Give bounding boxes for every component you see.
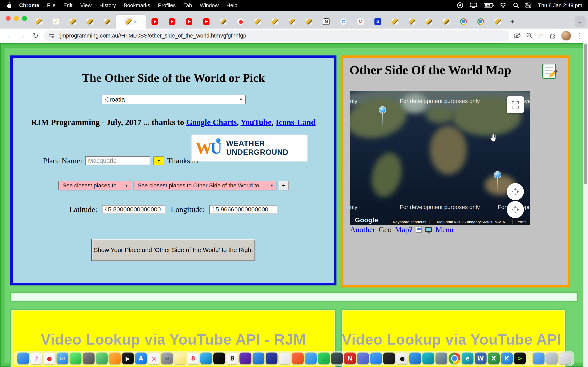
battery-icon[interactable]: ϟ — [484, 3, 493, 8]
display-mirroring-icon[interactable] — [470, 3, 477, 8]
tab-active[interactable]: × — [116, 15, 146, 29]
keyboard-shortcuts-link[interactable]: Keyboard shortcuts — [389, 220, 430, 224]
map-question-link[interactable]: Map? — [395, 225, 413, 234]
geo-doc-icon[interactable] — [416, 226, 422, 233]
dock-settings-icon[interactable]: ⚙ — [161, 352, 173, 364]
bookmark-star-icon[interactable]: ☆ — [538, 32, 544, 40]
dock-terminal-icon[interactable]: > — [514, 352, 526, 364]
youtube-link[interactable]: YouTube — [241, 118, 272, 127]
tab[interactable] — [181, 15, 198, 29]
tab[interactable] — [215, 15, 232, 29]
closest-places-select[interactable]: See closest places to ... ▼ — [58, 181, 131, 191]
tab[interactable] — [232, 15, 249, 29]
dock-figma-icon[interactable] — [279, 352, 291, 364]
dock-shortcuts-icon[interactable] — [213, 352, 225, 364]
dock-maps-icon[interactable] — [96, 352, 108, 364]
tab[interactable] — [82, 15, 99, 29]
menubar-item-file[interactable]: File — [47, 2, 56, 8]
dock-music-icon[interactable]: ♪ — [30, 352, 42, 364]
tab[interactable] — [47, 15, 65, 29]
dock-github-icon[interactable]: ● — [396, 352, 408, 364]
dock-safari-icon[interactable] — [200, 352, 212, 364]
tab[interactable] — [455, 15, 472, 29]
close-window-button[interactable] — [6, 16, 11, 21]
reload-button[interactable]: ↻ — [31, 32, 40, 40]
profile-avatar[interactable] — [561, 31, 571, 41]
tab[interactable] — [198, 15, 215, 29]
wifi-icon[interactable] — [500, 3, 507, 8]
dock-obs-icon[interactable] — [383, 352, 395, 364]
dock-tv-icon[interactable]: ▶ — [122, 352, 134, 364]
dock-zoom-icon[interactable] — [370, 352, 382, 364]
map-pin-place[interactable] — [379, 107, 385, 113]
tab[interactable] — [403, 15, 421, 29]
dock-notes-icon[interactable] — [174, 352, 186, 364]
menubar-app-name[interactable]: Chrome — [19, 2, 39, 8]
dock-files-icon[interactable] — [305, 352, 317, 364]
dock-photos-icon[interactable]: ◎ — [148, 352, 160, 364]
monitor-icon[interactable] — [425, 227, 432, 232]
show-place-button[interactable]: Show Your Place and 'Other Side of the W… — [92, 239, 255, 261]
menu-extra-badge-icon[interactable] — [457, 2, 463, 8]
dock-chrome-icon[interactable] — [449, 352, 460, 364]
notepad-edit-icon[interactable] — [542, 64, 556, 79]
menubar-item-tab[interactable]: Tab — [183, 2, 192, 8]
map-pan-control[interactable] — [507, 183, 524, 200]
country-select[interactable]: Croatia ▼ — [101, 95, 246, 104]
tab[interactable] — [283, 15, 301, 29]
dock-twitter-icon[interactable] — [252, 352, 264, 364]
zoom-icon[interactable] — [526, 33, 533, 39]
latitude-input[interactable] — [102, 205, 166, 214]
dock-trash-icon[interactable] — [559, 352, 571, 364]
menubar-item-profiles[interactable]: Profiles — [158, 2, 176, 8]
menubar-item-help[interactable]: Help — [226, 2, 237, 8]
extensions-icon[interactable] — [549, 33, 556, 39]
another-link[interactable]: Another — [350, 225, 375, 234]
forward-button[interactable]: → — [18, 32, 27, 40]
add-button[interactable]: + — [279, 181, 289, 191]
minimize-window-button[interactable] — [14, 16, 19, 21]
tab[interactable] — [30, 15, 47, 29]
dock-finder-icon[interactable] — [17, 352, 29, 364]
map-pin-otherside[interactable] — [494, 172, 501, 178]
dock-slack-icon[interactable] — [240, 352, 251, 364]
menu-link[interactable]: Menu — [435, 225, 453, 234]
page-scrollbar[interactable] — [583, 43, 588, 367]
dock-launchpad-icon[interactable] — [109, 352, 121, 364]
map-pan-control-secondary[interactable] — [507, 201, 524, 218]
zoom-window-button[interactable] — [22, 16, 27, 21]
map-fullscreen-button[interactable] — [507, 96, 524, 113]
scrollbar-thumb[interactable] — [584, 44, 587, 184]
dock-camera-icon[interactable] — [83, 352, 95, 364]
longitude-input[interactable] — [209, 205, 277, 214]
dock-documents-stack-icon[interactable] — [546, 352, 558, 364]
back-button[interactable]: ← — [5, 32, 14, 40]
tab[interactable] — [489, 15, 506, 29]
place-suggestions-select[interactable]: ▼ — [153, 156, 164, 165]
tab-search-chevron-icon[interactable]: ⌄ — [575, 16, 586, 27]
menubar-clock[interactable]: Thu 8 Jan 2:49 pm — [538, 2, 582, 8]
dock-word-icon[interactable]: W — [475, 352, 486, 364]
dock-downloads-folder-icon[interactable] — [533, 352, 545, 364]
tab[interactable] — [99, 15, 116, 29]
tab-close-icon[interactable]: × — [134, 19, 137, 25]
dock-podcasts-icon[interactable]: ● — [43, 352, 55, 364]
tab[interactable] — [163, 15, 181, 29]
dock-gray-app-icon[interactable] — [435, 352, 447, 364]
menubar-item-window[interactable]: Window — [200, 2, 218, 8]
google-map[interactable]: For development purposes only For develo… — [350, 91, 530, 225]
eye-off-icon[interactable] — [513, 33, 521, 39]
dock-bbedit-icon[interactable]: B — [226, 352, 238, 364]
tab[interactable] — [421, 15, 438, 29]
tab[interactable] — [301, 15, 318, 29]
dock-excel-icon[interactable]: X — [488, 352, 500, 364]
tab[interactable] — [266, 15, 283, 29]
google-charts-link[interactable]: Google Charts — [186, 118, 237, 127]
dock-netflix-icon[interactable]: N — [344, 352, 356, 364]
dock-teal-app-icon[interactable] — [423, 352, 434, 364]
tab[interactable] — [369, 15, 386, 29]
control-center-icon[interactable] — [525, 2, 531, 8]
google-logo[interactable]: Google — [355, 216, 378, 224]
tab[interactable] — [146, 15, 163, 29]
tab[interactable] — [352, 15, 369, 29]
